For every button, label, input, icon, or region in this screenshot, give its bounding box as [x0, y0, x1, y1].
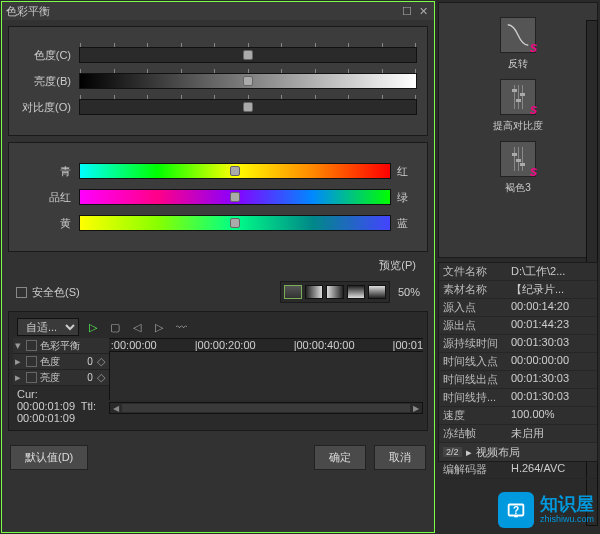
property-value: 100.00% — [511, 408, 593, 423]
property-value: 【纪录片... — [511, 282, 593, 297]
right-column: S 反转 S 提高对比度 S 褐色3 文件名称D:\工作\2...素材名称【纪录… — [436, 0, 600, 534]
timeline-scrollbar[interactable]: ◀▶ — [109, 402, 423, 414]
track-list: ▾色彩平衡 ▸色度0◇ ▸亮度0◇ — [13, 338, 109, 386]
property-value: D:\工作\2... — [511, 264, 593, 279]
safe-color-checkbox[interactable] — [16, 287, 27, 298]
watermark-url: zhishiwu.com — [540, 515, 594, 525]
property-key: 文件名称 — [443, 264, 511, 279]
default-button[interactable]: 默认值(D) — [10, 445, 88, 470]
chroma-label: 色度(C) — [19, 48, 71, 63]
chroma-slider[interactable] — [79, 47, 417, 63]
property-row: 源出点00:01:44:23 — [439, 317, 597, 335]
timeline-mode-select[interactable]: 自适... — [17, 318, 79, 336]
tone-panel: 色度(C) 亮度(B) 对比度(O) — [8, 26, 428, 136]
green-label: 绿 — [397, 190, 417, 205]
properties-panel: 文件名称D:\工作\2...素材名称【纪录片...源入点00:00:14:20源… — [438, 262, 598, 462]
preview-thumb-3[interactable] — [326, 285, 344, 299]
timeline-panel: 自适... ▷ ▢ ◁ ▷ 〰 ▾色彩平衡 ▸色度0◇ ▸亮度0◇ Cur: 0… — [8, 311, 428, 431]
timeline-ruler[interactable]: :00:00:00|00:00:20:00|00:00:40:00|00:01 — [109, 338, 423, 352]
timeline-canvas[interactable] — [109, 352, 423, 400]
yellow-label: 黄 — [19, 216, 71, 231]
preview-thumb-5[interactable] — [368, 285, 386, 299]
preset-invert[interactable]: S 反转 — [445, 17, 591, 71]
maximize-icon[interactable]: ☐ — [400, 4, 414, 18]
graph-icon[interactable]: 〰 — [173, 320, 189, 334]
magenta-green-slider[interactable] — [79, 189, 391, 205]
preview-percent: 50% — [398, 286, 420, 298]
close-icon[interactable]: ✕ — [416, 4, 430, 18]
ok-button[interactable]: 确定 — [314, 445, 366, 470]
property-key: 时间线入点 — [443, 354, 511, 369]
magenta-label: 品红 — [19, 190, 71, 205]
property-row: 时间线持...00:01:30:03 — [439, 389, 597, 407]
preset-contrast[interactable]: S 提高对比度 — [445, 79, 591, 133]
curve-icon: S — [500, 17, 536, 53]
property-key: 编解码器 — [443, 462, 511, 477]
brightness-label: 亮度(B) — [19, 74, 71, 89]
preset-sepia[interactable]: S 褐色3 — [445, 141, 591, 195]
sliders-icon: S — [500, 141, 536, 177]
color-balance-dialog: 色彩平衡 ☐ ✕ 色度(C) 亮度(B) 对比度(O) — [1, 1, 435, 533]
property-value: 00:00:14:20 — [511, 300, 593, 315]
red-label: 红 — [397, 164, 417, 179]
property-value: 00:01:30:03 — [511, 372, 593, 387]
blue-label: 蓝 — [397, 216, 417, 231]
prop-footer-label: 视频布局 — [476, 445, 520, 460]
track-row[interactable]: ▸色度0◇ — [13, 354, 109, 370]
property-row: 文件名称D:\工作\2... — [439, 263, 597, 281]
watermark-text: 知识屋 — [540, 495, 594, 515]
track-row[interactable]: ▾色彩平衡 — [13, 338, 109, 354]
track-row[interactable]: ▸亮度0◇ — [13, 370, 109, 386]
sliders-icon: S — [500, 79, 536, 115]
property-row: 源入点00:00:14:20 — [439, 299, 597, 317]
property-row: 素材名称【纪录片... — [439, 281, 597, 299]
property-value: 00:01:30:03 — [511, 390, 593, 405]
property-key: 时间线持... — [443, 390, 511, 405]
property-key: 冻结帧 — [443, 426, 511, 441]
cyan-label: 青 — [19, 164, 71, 179]
property-row: 源持续时间00:01:30:03 — [439, 335, 597, 353]
property-row: 时间线入点00:00:00:00 — [439, 353, 597, 371]
property-key: 速度 — [443, 408, 511, 423]
prev-kf-icon[interactable]: ◁ — [129, 320, 145, 334]
property-key: 时间线出点 — [443, 372, 511, 387]
property-value: 00:00:00:00 — [511, 354, 593, 369]
cur-timecode: Cur: 00:00:01:09 — [17, 388, 75, 412]
yellow-blue-slider[interactable] — [79, 215, 391, 231]
pager[interactable]: 2/2 — [443, 447, 462, 457]
contrast-slider[interactable] — [79, 99, 417, 115]
monitor-icon[interactable]: ▢ — [107, 320, 123, 334]
property-key: 源入点 — [443, 300, 511, 315]
play-icon[interactable]: ▷ — [85, 320, 101, 334]
watermark: ? 知识屋zhishiwu.com — [498, 492, 594, 528]
property-value: H.264/AVC — [511, 462, 593, 477]
property-key: 源出点 — [443, 318, 511, 333]
preset-panel: S 反转 S 提高对比度 S 褐色3 — [438, 2, 598, 258]
property-value: 00:01:30:03 — [511, 336, 593, 351]
next-kf-icon[interactable]: ▷ — [151, 320, 167, 334]
property-value: 未启用 — [511, 426, 593, 441]
preview-thumb-2[interactable] — [305, 285, 323, 299]
preview-label: 预览(P) — [379, 258, 416, 273]
color-panel: 青 红 品红 绿 黄 蓝 — [8, 142, 428, 252]
svg-rect-2 — [514, 516, 518, 518]
watermark-icon: ? — [498, 492, 534, 528]
contrast-label: 对比度(O) — [19, 100, 71, 115]
property-key: 素材名称 — [443, 282, 511, 297]
property-row: 冻结帧未启用 — [439, 425, 597, 443]
property-row: 时间线出点00:01:30:03 — [439, 371, 597, 389]
brightness-slider[interactable] — [79, 73, 417, 89]
titlebar: 色彩平衡 ☐ ✕ — [2, 2, 434, 20]
preview-thumbnails — [280, 281, 390, 303]
preview-thumb-1[interactable] — [284, 285, 302, 299]
preview-thumb-4[interactable] — [347, 285, 365, 299]
cyan-red-slider[interactable] — [79, 163, 391, 179]
safe-color-label: 安全色(S) — [32, 285, 80, 300]
property-key: 源持续时间 — [443, 336, 511, 351]
property-row: 编解码器H.264/AVC — [439, 461, 597, 479]
property-row: 速度100.00% — [439, 407, 597, 425]
svg-text:?: ? — [513, 505, 519, 516]
property-value: 00:01:44:23 — [511, 318, 593, 333]
cancel-button[interactable]: 取消 — [374, 445, 426, 470]
dialog-title: 色彩平衡 — [6, 4, 50, 19]
